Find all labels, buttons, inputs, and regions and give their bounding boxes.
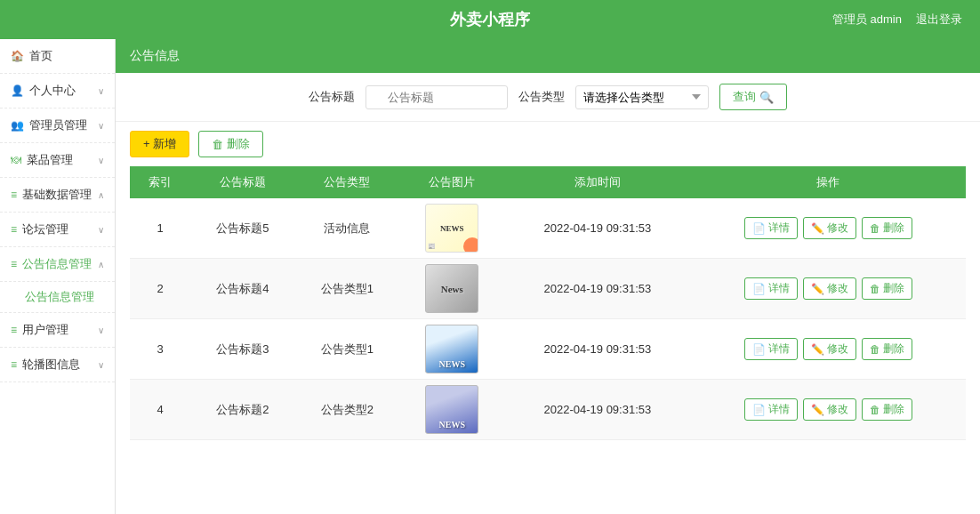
cell-title: 公告标题2 xyxy=(190,380,294,440)
detail-label: 详情 xyxy=(768,281,790,296)
edit-button[interactable]: ✏️ 修改 xyxy=(803,398,856,421)
content-area: 公告信息 公告标题 🔍 公告类型 请选择公告类型 活动信息 公告类型1 公告类型… xyxy=(116,39,980,514)
header-row: 索引 公告标题 公告类型 公告图片 添加时间 操作 xyxy=(130,166,966,198)
delete-icon: 🗑 xyxy=(870,283,880,295)
delete-label: 删除 xyxy=(883,281,904,296)
title-search-wrap: 🔍 xyxy=(365,85,508,109)
cell-time: 2022-04-19 09:31:53 xyxy=(505,198,691,259)
edit-label: 修改 xyxy=(827,281,848,296)
cell-index: 2 xyxy=(130,259,190,319)
admin-label[interactable]: 管理员 admin xyxy=(832,12,902,28)
cell-title: 公告标题5 xyxy=(190,198,294,259)
page-header-bar: 公告信息 xyxy=(116,39,980,73)
sidebar-item-announce-mgmt[interactable]: ≡ 公告信息管理 ∧ xyxy=(0,247,115,282)
detail-button[interactable]: 📄 详情 xyxy=(744,277,798,300)
cell-title: 公告标题4 xyxy=(190,259,294,319)
sidebar-item-announce-info[interactable]: 公告信息管理 xyxy=(0,282,115,313)
edit-icon: ✏️ xyxy=(811,343,824,356)
delete-label: 删除 xyxy=(883,221,904,236)
detail-button[interactable]: 📄 详情 xyxy=(744,398,798,421)
row-delete-button[interactable]: 🗑 删除 xyxy=(862,217,912,239)
detail-label: 详情 xyxy=(768,341,790,357)
edit-label: 修改 xyxy=(827,221,848,236)
row-delete-button[interactable]: 🗑 删除 xyxy=(862,338,912,360)
sidebar-item-product-mgmt[interactable]: 🍽 菜品管理 ∨ xyxy=(0,143,115,178)
search-toolbar: 公告标题 🔍 公告类型 请选择公告类型 活动信息 公告类型1 公告类型2 查询 … xyxy=(116,73,980,122)
row-delete-button[interactable]: 🗑 删除 xyxy=(862,398,912,421)
add-button[interactable]: + 新增 xyxy=(130,131,189,157)
query-label: 查询 xyxy=(733,89,756,105)
app-title: 外卖小程序 xyxy=(196,9,784,30)
sidebar-item-basic-label: 基础数据管理 xyxy=(22,187,92,203)
search-area: 公告标题 🔍 公告类型 请选择公告类型 活动信息 公告类型1 公告类型2 查询 … xyxy=(130,84,966,110)
query-icon: 🔍 xyxy=(759,91,774,104)
delete-icon: 🗑 xyxy=(870,404,880,416)
chevron-down-icon: ∨ xyxy=(98,360,104,370)
cell-image: NEWS xyxy=(399,319,505,380)
cell-index: 4 xyxy=(130,380,190,440)
cell-index: 3 xyxy=(130,319,190,380)
title-search-input[interactable] xyxy=(365,85,508,109)
admin-icon: 👥 xyxy=(11,119,24,132)
action-bar: + 新增 🗑 删除 xyxy=(116,122,980,166)
cell-type: 公告类型1 xyxy=(295,319,399,380)
detail-icon: 📄 xyxy=(752,343,766,356)
delete-all-button[interactable]: 🗑 删除 xyxy=(198,131,263,157)
cell-image: News xyxy=(399,259,505,319)
sidebar-item-forum-mgmt[interactable]: ≡ 论坛管理 ∨ xyxy=(0,213,115,247)
sidebar-item-user-mgmt[interactable]: ≡ 用户管理 ∨ xyxy=(0,313,115,348)
header-right: 管理员 admin 退出登录 xyxy=(784,12,962,28)
edit-button[interactable]: ✏️ 修改 xyxy=(803,277,856,300)
cell-time: 2022-04-19 09:31:53 xyxy=(505,319,691,380)
delete-all-label: 删除 xyxy=(227,136,250,152)
sidebar: 🏠 首页 👤 个人中心 ∨ 👥 管理员管理 ∨ 🍽 菜品管理 ∨ xyxy=(0,39,116,514)
table-row: 1 公告标题5 活动信息 NEWS 📰 2022-04-19 09:31:53 … xyxy=(130,198,966,259)
forum-icon: ≡ xyxy=(11,223,17,236)
logout-button[interactable]: 退出登录 xyxy=(916,12,962,28)
row-actions: 📄 详情 ✏️ 修改 🗑 删除 xyxy=(699,398,957,421)
detail-button[interactable]: 📄 详情 xyxy=(744,217,798,239)
detail-button[interactable]: 📄 详情 xyxy=(744,338,798,360)
detail-label: 详情 xyxy=(768,221,790,236)
table-row: 4 公告标题2 公告类型2 NEWS 2022-04-19 09:31:53 📄… xyxy=(130,380,966,440)
cell-index: 1 xyxy=(130,198,190,259)
row-actions: 📄 详情 ✏️ 修改 🗑 删除 xyxy=(699,338,957,360)
sidebar-item-admin-mgmt[interactable]: 👥 管理员管理 ∨ xyxy=(0,108,115,143)
query-button[interactable]: 查询 🔍 xyxy=(719,84,787,110)
cell-type: 公告类型1 xyxy=(295,259,399,319)
col-title: 公告标题 xyxy=(190,166,294,198)
cell-actions: 📄 详情 ✏️ 修改 🗑 删除 xyxy=(690,198,966,259)
detail-icon: 📄 xyxy=(752,404,766,416)
chevron-down-icon: ∨ xyxy=(98,156,104,165)
table-wrap: 索引 公告标题 公告类型 公告图片 添加时间 操作 1 公告标题5 活动信息 N… xyxy=(116,166,980,514)
sidebar-item-admin-label: 管理员管理 xyxy=(29,117,87,133)
edit-button[interactable]: ✏️ 修改 xyxy=(803,338,856,360)
chevron-up-icon: ∧ xyxy=(98,260,104,269)
col-image: 公告图片 xyxy=(399,166,505,198)
edit-label: 修改 xyxy=(827,341,848,357)
type-search-label: 公告类型 xyxy=(518,89,565,105)
sidebar-item-basic-mgmt[interactable]: ≡ 基础数据管理 ∧ xyxy=(0,178,115,213)
person-icon: 👤 xyxy=(11,84,24,97)
sidebar-item-home-label: 首页 xyxy=(29,48,52,64)
chevron-down-icon: ∨ xyxy=(98,121,104,131)
sidebar-item-banner-mgmt[interactable]: ≡ 轮播图信息 ∨ xyxy=(0,348,115,382)
edit-button[interactable]: ✏️ 修改 xyxy=(803,217,856,239)
sidebar-sub-announce-label: 公告信息管理 xyxy=(25,290,94,303)
edit-icon: ✏️ xyxy=(811,404,824,416)
sidebar-item-home[interactable]: 🏠 首页 xyxy=(0,39,115,74)
detail-icon: 📄 xyxy=(752,222,766,235)
table-row: 2 公告标题4 公告类型1 News 2022-04-19 09:31:53 📄… xyxy=(130,259,966,319)
sidebar-item-user-label: 用户管理 xyxy=(22,322,68,338)
cell-time: 2022-04-19 09:31:53 xyxy=(505,259,691,319)
sidebar-item-personal[interactable]: 👤 个人中心 ∨ xyxy=(0,74,115,108)
delete-label: 删除 xyxy=(883,402,904,417)
edit-icon: ✏️ xyxy=(811,222,824,235)
col-index: 索引 xyxy=(130,166,190,198)
row-delete-button[interactable]: 🗑 删除 xyxy=(862,277,912,300)
col-type: 公告类型 xyxy=(295,166,399,198)
banner-icon: ≡ xyxy=(11,358,17,371)
delete-icon: 🗑 xyxy=(870,343,880,356)
type-select[interactable]: 请选择公告类型 活动信息 公告类型1 公告类型2 xyxy=(575,85,709,109)
dish-icon: 🍽 xyxy=(11,154,21,166)
